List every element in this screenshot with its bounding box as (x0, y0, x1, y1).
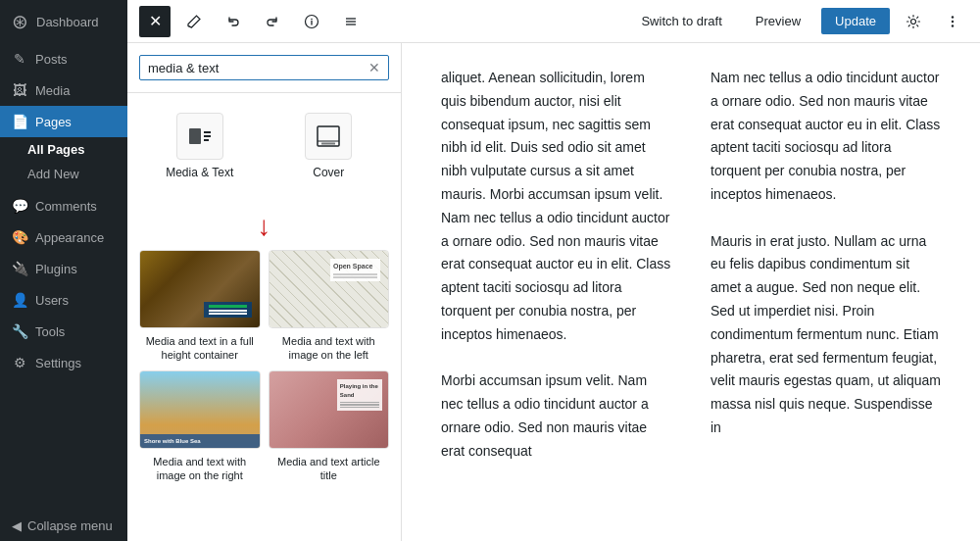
search-input-wrap[interactable]: ✕ (139, 55, 389, 80)
svg-point-6 (911, 19, 916, 24)
sidebar-item-settings[interactable]: ⚙ Settings (0, 347, 127, 378)
tools-label: Tools (35, 324, 65, 339)
posts-icon: ✎ (12, 51, 27, 67)
sidebar-item-plugins[interactable]: 🔌 Plugins (0, 253, 127, 284)
editor-toolbar: ✕ Switch to draft Preview Update (127, 0, 980, 43)
sidebar-item-posts[interactable]: ✎ Posts (0, 43, 127, 74)
collapse-menu-button[interactable]: ◀ Collapse menu (0, 511, 127, 541)
media-label: Media (35, 83, 70, 98)
settings-icon: ⚙ (12, 355, 27, 370)
editor-body: ✕ Media & Te (127, 43, 980, 541)
pattern-thumb-article-title: Playing in the Sand (269, 370, 390, 449)
cover-icon (315, 123, 342, 150)
update-button[interactable]: Update (821, 8, 890, 34)
sidebar: ⊛ Dashboard ✎ Posts 🖼 Media 📄 Pages All … (0, 0, 127, 541)
pattern-item-image-left[interactable]: Open Space Media and text with image on … (269, 250, 390, 363)
sidebar-subitem-all-pages[interactable]: All Pages (0, 137, 127, 162)
collapse-label: Collapse menu (27, 518, 113, 533)
pattern-item-image-right[interactable]: Shore with Blue Sea Media and text with … (139, 370, 261, 483)
redo-button[interactable] (257, 6, 288, 37)
sidebar-item-comments[interactable]: 💬 Comments (0, 190, 127, 221)
info-icon (304, 14, 319, 29)
pattern-label-article-title: Media and text article title (269, 455, 390, 483)
preview-button[interactable]: Preview (743, 7, 813, 35)
arrow-down-icon: ↓ (258, 211, 271, 242)
settings-label: Settings (35, 356, 81, 370)
cover-block-label: Cover (313, 166, 344, 179)
appearance-label: Appearance (35, 230, 104, 245)
draw-icon (186, 14, 202, 29)
pattern-label-image-right: Media and text with image on the right (139, 455, 261, 483)
undo-button[interactable] (218, 6, 249, 37)
pattern-thumb-full-height (139, 250, 261, 328)
plugins-icon: 🔌 (12, 261, 27, 276)
svg-point-9 (952, 25, 954, 26)
svg-rect-10 (189, 128, 201, 144)
media-text-block-icon (176, 113, 223, 160)
svg-point-1 (311, 18, 313, 20)
list-view-icon (343, 14, 359, 29)
info-button[interactable] (296, 6, 327, 37)
arrow-section: ↓ (139, 203, 389, 246)
more-options-button[interactable] (937, 6, 968, 37)
content-col-2: Nam nec tellus a odio tincidunt auctor a… (710, 67, 941, 464)
block-search-bar: ✕ (127, 43, 401, 93)
pattern-label-full-height: Media and text in a full height containe… (139, 334, 261, 363)
list-view-button[interactable] (335, 6, 367, 37)
comments-icon: 💬 (12, 198, 27, 214)
svg-point-8 (952, 20, 954, 22)
sidebar-logo[interactable]: ⊛ Dashboard (0, 0, 127, 43)
pages-label: Pages (35, 115, 72, 129)
comments-label: Comments (35, 199, 97, 214)
collapse-icon: ◀ (12, 518, 22, 533)
sidebar-subitem-add-new[interactable]: Add New (0, 162, 127, 186)
wp-logo-icon: ⊛ (12, 10, 28, 33)
pattern-item-full-height[interactable]: Media and text in a full height containe… (139, 250, 261, 363)
pattern-thumb-image-left: Open Space (269, 250, 390, 328)
draw-button[interactable] (178, 6, 210, 37)
pattern-thumb-image-right: Shore with Blue Sea (139, 370, 261, 449)
block-inserter-panel: ✕ Media & Te (127, 43, 402, 541)
posts-label: Posts (35, 52, 68, 67)
block-grid: Media & Text Cover (139, 105, 389, 187)
tools-icon: 🔧 (12, 323, 27, 339)
block-results: Media & Text Cover (127, 93, 401, 541)
media-text-block-label: Media & Text (166, 166, 233, 179)
dashboard-label: Dashboard (36, 15, 99, 29)
more-options-icon (945, 14, 960, 29)
block-item-media-text[interactable]: Media & Text (139, 105, 261, 187)
content-col-1: aliquet. Aenean sollicitudin, lorem quis… (441, 67, 671, 464)
content-columns: aliquet. Aenean sollicitudin, lorem quis… (441, 67, 941, 464)
sidebar-item-media[interactable]: 🖼 Media (0, 74, 127, 106)
block-item-cover[interactable]: Cover (269, 105, 390, 187)
close-button[interactable]: ✕ (139, 6, 171, 37)
redo-icon (265, 14, 280, 29)
sidebar-item-users[interactable]: 👤 Users (0, 284, 127, 316)
appearance-icon: 🎨 (12, 229, 27, 245)
media-icon: 🖼 (12, 82, 27, 98)
media-text-icon (186, 123, 214, 150)
pages-icon: 📄 (12, 114, 27, 129)
pattern-label-image-left: Media and text with image on the left (269, 334, 390, 363)
toolbar-right: Switch to draft Preview Update (628, 6, 968, 37)
pattern-item-article-title[interactable]: Playing in the Sand Media and text artic… (269, 370, 390, 483)
search-clear-button[interactable]: ✕ (368, 60, 380, 75)
pages-submenu: All Pages Add New (0, 137, 127, 190)
svg-rect-16 (321, 143, 335, 145)
gear-icon (906, 14, 921, 29)
search-input[interactable] (148, 61, 363, 75)
sidebar-item-tools[interactable]: 🔧 Tools (0, 316, 127, 347)
cover-block-icon (305, 113, 352, 160)
pattern-grid: Media and text in a full height containe… (139, 250, 389, 482)
content-area: aliquet. Aenean sollicitudin, lorem quis… (402, 43, 980, 541)
editor-wrapper: ✕ Switch to draft Preview Update (127, 0, 980, 541)
gear-settings-button[interactable] (898, 6, 929, 37)
svg-point-7 (952, 16, 954, 18)
switch-to-draft-button[interactable]: Switch to draft (628, 7, 734, 35)
plugins-label: Plugins (35, 262, 77, 276)
sidebar-item-appearance[interactable]: 🎨 Appearance (0, 221, 127, 253)
users-icon: 👤 (12, 292, 27, 308)
users-label: Users (35, 293, 69, 308)
sidebar-item-pages[interactable]: 📄 Pages (0, 106, 127, 137)
sidebar-bottom: ◀ Collapse menu (0, 511, 127, 541)
